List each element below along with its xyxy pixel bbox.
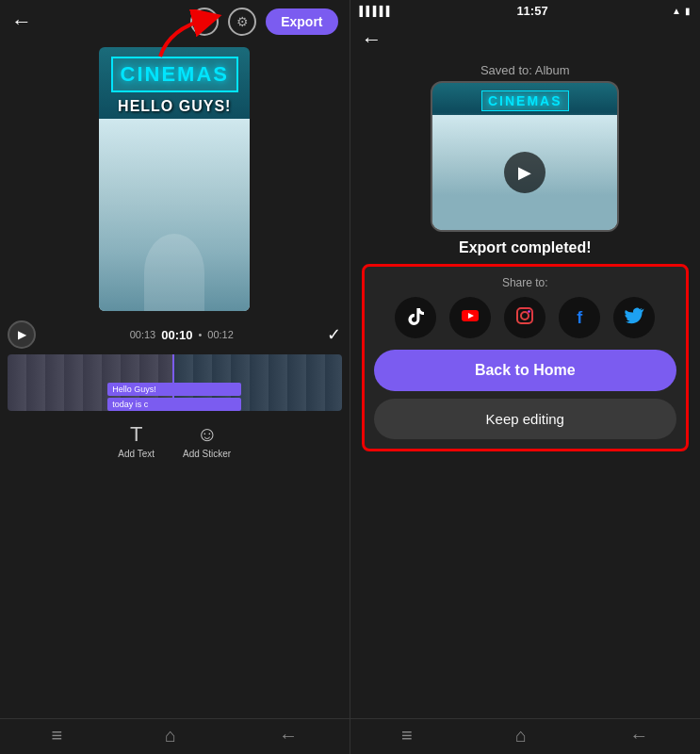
add-sticker-label: Add Sticker bbox=[183, 449, 231, 459]
sticker-icon: ☺ bbox=[196, 422, 217, 447]
hello-guys-text: HELLO GUYS! bbox=[118, 98, 231, 115]
svg-point-5 bbox=[529, 310, 530, 312]
status-time: 11:57 bbox=[393, 4, 672, 18]
nav-menu-right[interactable]: ≡ bbox=[401, 725, 413, 746]
saved-to-text: Saved to: Album bbox=[350, 63, 701, 77]
timeline-controls: ▶ 00:13 00:10 • 00:12 ✓ bbox=[8, 319, 342, 351]
status-right: ▲ ▮ bbox=[672, 6, 691, 16]
add-sticker-button[interactable]: ☺ Add Sticker bbox=[183, 422, 231, 459]
thumb-mall: ▶ bbox=[432, 115, 617, 230]
signal-icon: ▌▌▌▌▌ bbox=[360, 6, 393, 16]
share-twitter-button[interactable] bbox=[613, 297, 655, 338]
youtube-icon bbox=[460, 305, 480, 331]
time-next: 00:12 bbox=[207, 329, 234, 340]
time-total: 00:13 bbox=[130, 329, 156, 340]
keep-editing-button[interactable]: Keep editing bbox=[374, 399, 677, 439]
share-facebook-button[interactable]: f bbox=[559, 297, 600, 338]
nav-menu-left[interactable]: ≡ bbox=[51, 725, 62, 746]
back-to-home-button[interactable]: Back to Home bbox=[374, 350, 677, 391]
play-icon-overlay: ▶ bbox=[518, 162, 531, 183]
play-overlay[interactable]: ▶ bbox=[504, 152, 545, 193]
video-preview: CINEMAS HELLO GUYS! bbox=[99, 47, 250, 311]
right-top-bar: ← bbox=[350, 22, 701, 57]
share-icons-row: f bbox=[374, 297, 677, 338]
right-phone-panel: ▌▌▌▌▌ 11:57 ▲ ▮ ← Saved to: Album CINEMA… bbox=[350, 0, 701, 754]
nav-home-right[interactable]: ⌂ bbox=[515, 725, 527, 746]
svg-point-4 bbox=[521, 312, 529, 320]
timeline-text-block-1[interactable]: Hello Guys! bbox=[107, 383, 241, 396]
wifi-icon: ▲ bbox=[672, 6, 681, 16]
timeline-bar[interactable]: Hello Guys! today is c bbox=[8, 354, 342, 411]
bottom-toolbar: T Add Text ☺ Add Sticker bbox=[0, 415, 350, 463]
timeline-text-block-2[interactable]: today is c bbox=[107, 398, 241, 411]
timeline-section: ▶ 00:13 00:10 • 00:12 ✓ Hello Guys! toda… bbox=[0, 315, 350, 415]
svg-rect-3 bbox=[517, 308, 532, 323]
add-text-label: Add Text bbox=[118, 449, 155, 459]
help-icon[interactable]: ? bbox=[190, 8, 219, 36]
share-to-label: Share to: bbox=[374, 276, 677, 289]
battery-icon: ▮ bbox=[685, 6, 691, 16]
status-bar: ▌▌▌▌▌ 11:57 ▲ ▮ bbox=[350, 0, 701, 22]
left-phone-panel: ← ? ⚙ Export CINEMAS HELLO GUYS! ▶ bbox=[0, 0, 350, 754]
nav-bar-right: ≡ ⌂ ← bbox=[350, 718, 701, 754]
share-instagram-button[interactable] bbox=[504, 297, 545, 338]
left-top-bar: ← ? ⚙ Export bbox=[0, 0, 350, 43]
timeline-labels: Hello Guys! today is c bbox=[107, 383, 241, 411]
add-text-button[interactable]: T Add Text bbox=[118, 422, 155, 459]
facebook-icon: f bbox=[577, 308, 582, 328]
nav-back-right[interactable]: ← bbox=[629, 725, 648, 746]
nav-home-left[interactable]: ⌂ bbox=[165, 725, 176, 746]
export-button[interactable]: Export bbox=[266, 8, 337, 35]
export-thumbnail[interactable]: CINEMAS ▶ bbox=[431, 81, 619, 232]
share-youtube-button[interactable] bbox=[449, 297, 491, 338]
settings-icon[interactable]: ⚙ bbox=[228, 8, 256, 36]
thumb-cinema-sign: CINEMAS bbox=[481, 90, 569, 111]
time-current: 00:10 bbox=[161, 328, 192, 342]
time-dot: • bbox=[198, 329, 202, 340]
twitter-icon bbox=[624, 305, 644, 331]
export-completed-text: Export completed! bbox=[350, 239, 701, 256]
top-bar-icons: ? ⚙ Export bbox=[190, 8, 337, 36]
back-button-right[interactable]: ← bbox=[362, 27, 383, 52]
spacer bbox=[350, 459, 701, 718]
tiktok-icon bbox=[405, 305, 426, 331]
check-icon[interactable]: ✓ bbox=[327, 324, 341, 345]
text-icon: T bbox=[130, 422, 142, 447]
play-button[interactable]: ▶ bbox=[8, 320, 36, 349]
back-button-left[interactable]: ← bbox=[11, 9, 32, 34]
instagram-icon bbox=[514, 305, 535, 331]
share-tiktok-button[interactable] bbox=[395, 297, 436, 338]
nav-bar-left: ≡ ⌂ ← bbox=[0, 718, 350, 754]
cinema-sign: CINEMAS bbox=[111, 57, 238, 92]
share-section: Share to: bbox=[362, 264, 690, 451]
nav-back-left[interactable]: ← bbox=[279, 725, 298, 746]
mall-interior bbox=[99, 119, 250, 311]
status-left: ▌▌▌▌▌ bbox=[360, 6, 393, 16]
time-display: 00:13 00:10 • 00:12 bbox=[130, 328, 234, 342]
